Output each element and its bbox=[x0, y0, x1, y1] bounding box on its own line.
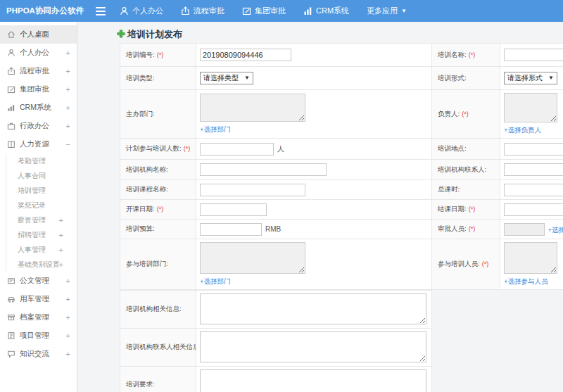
sidebar-item-admin-office[interactable]: 行政办公 + bbox=[0, 117, 77, 135]
training-type-select[interactable]: 请选择类型▼ bbox=[200, 72, 253, 84]
sidebar-hr-submenu: 考勤管理 人事合同 培训管理 奖惩记录 薪资管理 + 招聘管理 + 人事管理 +… bbox=[6, 153, 77, 272]
sidebar-item-projects[interactable]: 项目管理 + bbox=[0, 327, 77, 345]
sidebar-item-recruit[interactable]: 招聘管理 + bbox=[6, 227, 77, 242]
place-input[interactable] bbox=[504, 143, 563, 156]
sidebar-item-personnel[interactable]: 人事管理 + bbox=[6, 242, 77, 257]
sidebar-item-group-approval[interactable]: 集团审批 + bbox=[0, 80, 77, 99]
field-label: 培训机构相关信息: bbox=[126, 305, 182, 312]
table-row: 培训预算: RMB 审批人员:(*) +选择审批人员 bbox=[120, 220, 563, 239]
expand-icon[interactable]: + bbox=[66, 277, 70, 285]
home-icon bbox=[7, 30, 15, 39]
topnav-personal-office[interactable]: 个人办公 bbox=[120, 6, 163, 16]
expand-icon[interactable]: + bbox=[59, 246, 63, 254]
org-name-input[interactable] bbox=[200, 163, 327, 176]
field-label: 参与培训人员: bbox=[438, 260, 480, 267]
training-name-input[interactable] bbox=[504, 49, 563, 61]
field-label: 培训课程名称: bbox=[126, 185, 168, 193]
sidebar-item-salary[interactable]: 薪资管理 + bbox=[6, 213, 77, 227]
form-table-lower: 培训机构相关信息: 培训机构联系人相关信息: 培训要求: 附件文档: +附件上传 bbox=[120, 290, 432, 392]
approver-input[interactable] bbox=[504, 223, 545, 236]
sidebar-item-vehicle[interactable]: 用车管理 + bbox=[0, 290, 77, 308]
expand-icon[interactable]: + bbox=[66, 67, 70, 75]
topnav-crm[interactable]: CRM系统 bbox=[303, 6, 349, 16]
host-dept-textarea[interactable] bbox=[200, 94, 305, 122]
currency-suffix: RMB bbox=[265, 225, 281, 233]
sidebar-item-crm[interactable]: CRM系统 + bbox=[0, 99, 77, 117]
field-label: 培训形式: bbox=[438, 74, 467, 82]
leader-textarea[interactable] bbox=[504, 93, 557, 122]
select-participants-link[interactable]: +选择参与人员 bbox=[504, 277, 548, 286]
table-row: 培训类型: 请选择类型▼ 培训形式: 请选择形式▼ bbox=[120, 67, 563, 90]
select-dept-link[interactable]: +选择部门 bbox=[200, 277, 231, 286]
expand-icon[interactable]: + bbox=[66, 85, 70, 94]
expand-icon[interactable]: + bbox=[66, 122, 70, 130]
field-label: 培训编号: bbox=[126, 51, 155, 58]
sidebar-item-hr-contract[interactable]: 人事合同 bbox=[6, 168, 77, 183]
sidebar-item-knowledge[interactable]: 知识交流 + bbox=[0, 345, 77, 363]
collapse-icon[interactable]: − bbox=[66, 140, 70, 148]
course-name-input[interactable] bbox=[200, 184, 305, 196]
expand-icon[interactable]: + bbox=[66, 350, 70, 358]
end-date-input[interactable] bbox=[504, 203, 563, 216]
budget-input[interactable] bbox=[200, 223, 262, 236]
book-icon bbox=[7, 140, 15, 148]
topbar: PHPOA协同办公软件 个人办公 流程审批 bbox=[0, 0, 563, 22]
field-label: 培训机构联系人: bbox=[438, 165, 486, 173]
field-label: 培训地点: bbox=[438, 144, 467, 152]
select-leader-link[interactable]: +选择负责人 bbox=[504, 126, 541, 135]
field-label: 开课日期: bbox=[126, 205, 155, 213]
chart-icon bbox=[7, 103, 15, 112]
org-info-textarea[interactable] bbox=[200, 293, 426, 324]
expand-icon[interactable]: + bbox=[66, 49, 70, 57]
topnav-process-approval[interactable]: 流程审批 bbox=[181, 6, 224, 16]
expand-icon[interactable]: + bbox=[59, 231, 63, 239]
sidebar-item-training[interactable]: 培训管理 bbox=[6, 183, 77, 198]
field-label: 培训机构联系人相关信息: bbox=[126, 343, 196, 350]
sidebar-item-documents[interactable]: 公文管理 + bbox=[0, 272, 77, 290]
chart-icon bbox=[303, 6, 312, 15]
org-contact-input[interactable] bbox=[504, 163, 563, 176]
topnav-more-apps[interactable]: 更多应用 ▼ bbox=[367, 6, 407, 16]
menu-toggle-icon[interactable] bbox=[96, 7, 106, 15]
expand-icon[interactable]: + bbox=[66, 313, 70, 322]
training-mode-select[interactable]: 请选择形式▼ bbox=[504, 72, 557, 84]
total-hours-input[interactable] bbox=[504, 184, 563, 196]
expand-icon[interactable]: + bbox=[66, 331, 70, 340]
sidebar-item-desktop[interactable]: 个人桌面 bbox=[0, 25, 77, 44]
training-no-input[interactable] bbox=[200, 49, 291, 61]
expand-icon[interactable]: + bbox=[66, 103, 70, 112]
field-label: 参与培训部门: bbox=[126, 260, 168, 267]
expand-icon[interactable]: + bbox=[66, 295, 70, 303]
sidebar-item-personal-office[interactable]: 个人办公 + bbox=[0, 44, 77, 62]
user-icon bbox=[7, 49, 15, 57]
planned-count-input[interactable] bbox=[200, 143, 274, 156]
sidebar: 个人桌面 个人办公 + 流程审批 + 集团审批 + bbox=[0, 22, 77, 392]
select-approver-link[interactable]: +选择审批人员 bbox=[548, 226, 563, 234]
sidebar-item-hr[interactable]: 人力资源 − bbox=[0, 135, 77, 153]
archive-icon bbox=[7, 313, 15, 322]
requirement-textarea[interactable] bbox=[200, 369, 426, 392]
field-label: 总课时: bbox=[438, 185, 460, 193]
sidebar-item-rewards[interactable]: 奖惩记录 bbox=[6, 198, 77, 213]
sidebar-item-base-category[interactable]: 基础类别设置 + bbox=[6, 257, 77, 272]
field-label: 培训名称: bbox=[438, 51, 467, 58]
topnav-group-approval[interactable]: 集团审批 bbox=[242, 6, 286, 16]
table-row: 培训机构名称: 培训机构联系人: bbox=[120, 160, 563, 180]
sidebar-item-attendance[interactable]: 考勤管理 bbox=[6, 153, 77, 168]
table-row: 开课日期:(*) 结课日期:(*) bbox=[120, 200, 563, 220]
select-dept-link[interactable]: +选择部门 bbox=[200, 125, 231, 134]
form-table-upper: 培训编号:(*) 培训名称:(*) 培训类型: 请选择类型▼ 培训形式: 请选择… bbox=[120, 43, 563, 290]
sidebar-item-process-approval[interactable]: 流程审批 + bbox=[0, 62, 77, 80]
share-icon bbox=[181, 6, 190, 15]
page-title: 培训计划发布 bbox=[117, 28, 182, 41]
field-label: 培训预算: bbox=[126, 225, 155, 232]
sidebar-item-archives[interactable]: 档案管理 + bbox=[0, 308, 77, 327]
start-date-input[interactable] bbox=[200, 203, 267, 216]
expand-icon[interactable]: + bbox=[59, 260, 63, 269]
expand-icon[interactable]: + bbox=[59, 216, 63, 225]
join-people-textarea[interactable] bbox=[504, 242, 557, 274]
org-contact-info-textarea[interactable] bbox=[200, 331, 426, 362]
table-row: 培训机构相关信息: bbox=[120, 290, 432, 328]
caret-down-icon: ▼ bbox=[244, 75, 250, 81]
join-dept-textarea[interactable] bbox=[200, 242, 305, 274]
